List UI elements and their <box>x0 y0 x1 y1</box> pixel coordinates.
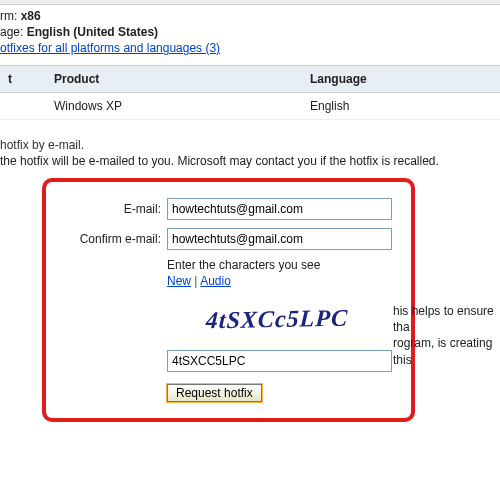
captcha-image: 4tSXCc5LPC <box>167 298 387 340</box>
email-row: E-mail: <box>56 198 401 220</box>
hotfix-form-frame: E-mail: Confirm e-mail: Enter the charac… <box>42 178 415 422</box>
table-header-row: t Product Language <box>0 66 500 93</box>
email-field[interactable] <box>167 198 392 220</box>
col-product: Product <box>46 66 302 93</box>
platform-value: x86 <box>21 9 41 23</box>
captcha-audio-link[interactable]: Audio <box>200 274 231 288</box>
lead-subtitle: the hotfix will be e-mailed to you. Micr… <box>0 154 500 168</box>
table-row: Windows XP English <box>0 93 500 120</box>
captcha-glyphs: 4tSXCc5LPC <box>205 304 349 333</box>
captcha-input[interactable] <box>167 350 392 372</box>
captcha-new-link[interactable]: New <box>167 274 191 288</box>
language-label: age: <box>0 25 23 39</box>
language-value: English (United States) <box>27 25 158 39</box>
language-line: age: English (United States) <box>0 25 500 39</box>
request-hotfix-button[interactable]: Request hotfix <box>167 384 262 402</box>
side-note-line2: rogram, is creating this <box>393 336 492 366</box>
hotfix-table: t Product Language Windows XP English <box>0 65 500 120</box>
captcha-links: New | Audio <box>167 274 401 288</box>
lead-title: hotfix by e-mail. <box>0 138 500 152</box>
side-note-line1: his helps to ensure tha <box>393 304 494 334</box>
all-hotfixes-row: otfixes for all platforms and languages … <box>0 41 500 55</box>
confirm-email-row: Confirm e-mail: <box>56 228 401 250</box>
col-language: Language <box>302 66 500 93</box>
platform-label: rm: <box>0 9 17 23</box>
show-all-hotfixes-link[interactable]: otfixes for all platforms and languages … <box>0 41 220 55</box>
window-chrome-strip <box>0 0 500 5</box>
section-lead: hotfix by e-mail. the hotfix will be e-m… <box>0 138 500 168</box>
platform-line: rm: x86 <box>0 9 500 23</box>
meta-block: rm: x86 age: English (United States) otf… <box>0 9 500 55</box>
captcha-block: Enter the characters you see New | Audio… <box>167 258 401 402</box>
cell-product: Windows XP <box>46 93 302 120</box>
confirm-email-label: Confirm e-mail: <box>56 232 167 246</box>
cell-language: English <box>302 93 500 120</box>
side-note: his helps to ensure tha rogram, is creat… <box>393 303 500 368</box>
email-label: E-mail: <box>56 202 167 216</box>
col-select: t <box>0 66 46 93</box>
captcha-hint: Enter the characters you see <box>167 258 401 272</box>
cell-select <box>0 93 46 120</box>
confirm-email-field[interactable] <box>167 228 392 250</box>
